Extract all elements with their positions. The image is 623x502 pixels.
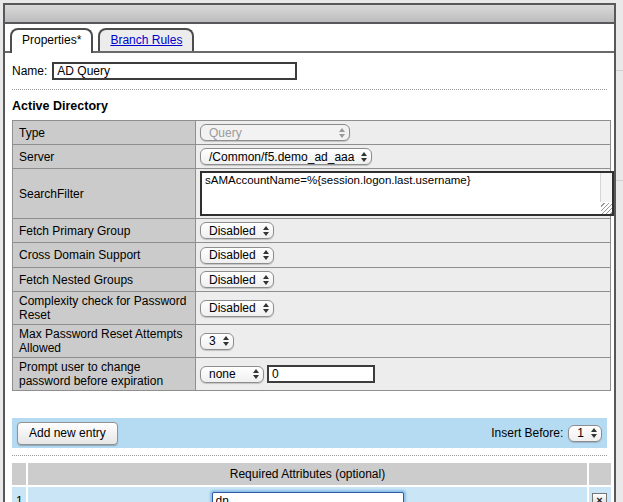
header-delete-cell [589, 463, 611, 485]
fetch-nested-groups-select[interactable]: Disabled [200, 271, 274, 288]
complexity-check-select[interactable]: Disabled [200, 300, 274, 317]
name-label: Name: [12, 64, 47, 78]
fetch-primary-group-select[interactable]: Disabled [200, 222, 274, 239]
prompt-expiration-select[interactable]: none [200, 366, 264, 383]
select-arrows-icon [223, 336, 229, 346]
header-index-cell [12, 463, 26, 485]
select-arrows-icon [339, 128, 345, 138]
backdrop-line [615, 70, 623, 71]
close-icon: × [596, 494, 602, 502]
row-label: Fetch Primary Group [13, 219, 196, 243]
row-label: Server [13, 145, 196, 169]
row-index: 1 [12, 487, 26, 502]
tab-bar: Properties* Branch Rules [5, 24, 614, 53]
add-new-entry-button[interactable]: Add new entry [17, 422, 118, 445]
ad-query-properties-dialog: Properties* Branch Rules Name: Active Di… [3, 3, 616, 502]
select-arrows-icon [263, 303, 269, 313]
tab-branch-rules-label: Branch Rules [110, 33, 182, 47]
row-label: Fetch Nested Groups [13, 268, 196, 292]
table-row: Complexity check for Password Reset Disa… [13, 292, 611, 325]
expiration-days-input[interactable] [267, 365, 375, 383]
scrollbar-track [600, 173, 612, 202]
select-arrows-icon [253, 369, 259, 379]
name-row: Name: [5, 53, 614, 87]
tab-branch-rules[interactable]: Branch Rules [98, 28, 194, 51]
row-label: Max Password Reset Attempts Allowed [13, 325, 196, 358]
server-select[interactable]: /Common/f5.demo_ad_aaa [200, 148, 372, 165]
backdrop-line [615, 180, 623, 181]
select-arrows-icon [263, 250, 269, 260]
attributes-header-label: Required Attributes (optional) [28, 463, 587, 485]
table-row: Max Password Reset Attempts Allowed 3 [13, 325, 611, 358]
row-label: Complexity check for Password Reset [13, 292, 196, 325]
type-select: Query [200, 124, 350, 141]
attributes-toolbar: Add new entry Insert Before: 1 [12, 418, 607, 448]
row-label: SearchFilter [13, 169, 196, 219]
row-label: Type [13, 121, 196, 145]
resize-grip-icon[interactable] [601, 203, 612, 214]
insert-before-label: Insert Before: [491, 426, 563, 440]
insert-before-select[interactable]: 1 [568, 425, 602, 442]
table-row: SearchFilter sAMAccountName=%{session.lo… [13, 169, 611, 219]
delete-row-button[interactable]: × [592, 493, 607, 502]
select-arrows-icon [263, 226, 269, 236]
attribute-value-input[interactable] [212, 492, 404, 502]
search-filter-textarea[interactable]: sAMAccountName=%{session.logon.last.user… [200, 171, 614, 216]
name-input[interactable] [52, 62, 297, 80]
attribute-row: 1 × [12, 487, 611, 502]
separator [12, 455, 607, 456]
popup-titlebar [5, 5, 614, 24]
row-label: Cross Domain Support [13, 243, 196, 268]
select-arrows-icon [263, 275, 269, 285]
table-row: Prompt user to change password before ex… [13, 358, 611, 391]
table-row: Fetch Nested Groups Disabled [13, 268, 611, 292]
select-arrows-icon [591, 428, 597, 438]
required-attributes-table: Required Attributes (optional) 1 × [10, 461, 613, 502]
table-row: Server /Common/f5.demo_ad_aaa [13, 145, 611, 169]
table-row: Cross Domain Support Disabled [13, 243, 611, 268]
tab-properties[interactable]: Properties* [10, 28, 93, 53]
tab-properties-label: Properties* [22, 33, 81, 47]
max-reset-attempts-select[interactable]: 3 [200, 333, 234, 350]
select-arrows-icon [361, 152, 367, 162]
cross-domain-support-select[interactable]: Disabled [200, 247, 274, 264]
table-row: Fetch Primary Group Disabled [13, 219, 611, 243]
row-label: Prompt user to change password before ex… [13, 358, 196, 391]
table-row: Type Query [13, 121, 611, 145]
section-title: Active Directory [5, 90, 614, 120]
properties-table: Type Query Server /Common/f5.demo_ad_aaa… [12, 120, 611, 391]
attributes-header-row: Required Attributes (optional) [12, 463, 611, 485]
